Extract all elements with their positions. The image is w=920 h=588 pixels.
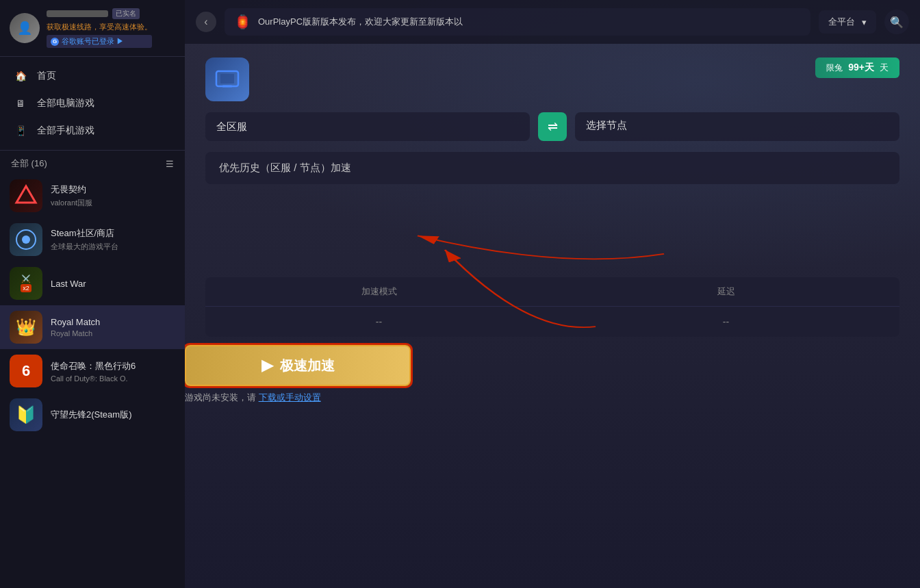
overwatch-info: 守望先锋2(Steam版) (51, 409, 131, 421)
accelerate-label: 极速加速 (280, 357, 335, 375)
game-count-label: 全部 (16) (11, 157, 47, 170)
sidebar: 👤 已实名 获取极速线路，享受高速体验。 G 谷歌账号已登录 ▶ 🏠 首页 🖥 … (0, 0, 185, 588)
platform-selector[interactable]: 全平台 ▾ (819, 10, 876, 34)
promo-text: 获取极速线路，享受高速体验。 (47, 22, 152, 32)
vip-days: 99+天 (848, 62, 874, 74)
top-controls: 限兔 99+天 天 (205, 57, 899, 101)
google-icon: G (51, 38, 59, 46)
list-item[interactable]: 6 使命召唤：黑色行动6 Call of Duty®: Black O. (0, 349, 185, 393)
btn-container: ▶ 极速加速 (185, 345, 411, 386)
search-icon: 🔍 (890, 16, 904, 29)
content-body: 限兔 99+天 天 全区服 ⇌ 选择节点 优先历史（区服 / 节点）加 (185, 44, 920, 588)
stats-val-latency: -- (552, 307, 899, 337)
game-list: 无畏契约 valorant国服 Steam社区/商店 全球最大的游戏平台 ⚔️x… (0, 174, 185, 588)
username-bar (47, 10, 108, 17)
verified-badge: 已实名 (112, 8, 140, 19)
stats-col-latency: 延迟 (552, 277, 899, 306)
stats-value-row: -- -- (205, 307, 899, 337)
swap-icon: ⇌ (548, 119, 558, 134)
nav-menu: 🏠 首页 🖥 全部电脑游戏 📱 全部手机游戏 (0, 57, 185, 151)
history-label: 优先历史（区服 / 节点）加速 (219, 162, 351, 173)
list-item[interactable]: ⚔️x2 Last War (0, 261, 185, 305)
region-select[interactable]: 全区服 (205, 112, 530, 141)
section-header-icons: ☰ (166, 159, 174, 169)
history-bar[interactable]: 优先历史（区服 / 节点）加速 (205, 152, 899, 184)
vip-badge: 限兔 99+天 天 (815, 57, 899, 78)
svg-marker-0 (16, 186, 36, 203)
royalmatch-sub: Royal Match (51, 329, 100, 337)
game-icon-large (205, 57, 249, 101)
steam-thumbnail (10, 223, 42, 256)
announcement-text: OurPlayPC版新版本发布，欢迎大家更新至新版本以 (258, 16, 463, 28)
cod-info: 使命召唤：黑色行动6 Call of Duty®: Black O. (51, 360, 136, 383)
back-button[interactable]: ‹ (196, 12, 216, 32)
svg-point-3 (22, 235, 30, 244)
cod-name: 使命召唤：黑色行动6 (51, 360, 136, 372)
valorant-sub: valorant国服 (51, 198, 92, 208)
user-info: 已实名 获取极速线路，享受高速体验。 G 谷歌账号已登录 ▶ (47, 8, 152, 48)
list-item[interactable]: 无畏契约 valorant国服 (0, 174, 185, 218)
lastwar-name: Last War (51, 279, 86, 289)
pc-icon: 🖥 (14, 97, 27, 110)
valorant-info: 无畏契约 valorant国服 (51, 183, 92, 208)
accelerate-button[interactable]: ▶ 极速加速 (185, 345, 411, 386)
nav-home-label: 首页 (37, 70, 56, 82)
announcement-bar: 🏮 OurPlayPC版新版本发布，欢迎大家更新至新版本以 (225, 8, 810, 36)
royalmatch-name: Royal Match (51, 317, 100, 327)
steam-name: Steam社区/商店 (51, 227, 118, 240)
chevron-down-icon: ▾ (862, 17, 867, 27)
announcement-icon: 🏮 (234, 14, 251, 30)
home-icon: 🏠 (14, 69, 27, 83)
topbar: ‹ 🏮 OurPlayPC版新版本发布，欢迎大家更新至新版本以 全平台 ▾ 🔍 (185, 0, 920, 44)
search-button[interactable]: 🔍 (884, 10, 909, 34)
install-notice: 游戏尚未安装，请 下载或手动设置 (185, 392, 411, 404)
overwatch-name: 守望先锋2(Steam版) (51, 409, 131, 421)
lastwar-info: Last War (51, 279, 86, 289)
back-icon: ‹ (204, 16, 207, 28)
valorant-thumbnail (10, 179, 42, 212)
platform-label: 全平台 (828, 16, 855, 28)
nav-home[interactable]: 🏠 首页 (0, 62, 185, 90)
accelerate-icon: ▶ (261, 357, 273, 374)
steam-sub: 全球最大的游戏平台 (51, 242, 118, 252)
nav-mobile-games[interactable]: 📱 全部手机游戏 (0, 117, 185, 144)
nav-pc-games-label: 全部电脑游戏 (37, 97, 94, 110)
region-label: 全区服 (216, 120, 247, 133)
mobile-icon: 📱 (14, 124, 27, 138)
vip-days-unit: 天 (880, 62, 889, 74)
overwatch-thumbnail: 🔰 (10, 398, 42, 431)
sidebar-header: 👤 已实名 获取极速线路，享受高速体验。 G 谷歌账号已登录 ▶ (0, 0, 185, 57)
region-node-row: 全区服 ⇌ 选择节点 (205, 112, 899, 141)
list-item[interactable]: Steam社区/商店 全球最大的游戏平台 (0, 218, 185, 261)
list-icon[interactable]: ☰ (166, 159, 174, 169)
region-swap-button[interactable]: ⇌ (538, 112, 567, 141)
node-placeholder: 选择节点 (586, 119, 627, 131)
stats-table: 加速模式 延迟 -- -- (205, 277, 899, 337)
content-area: 限兔 99+天 天 全区服 ⇌ 选择节点 优先历史（区服 / 节点）加 (185, 44, 920, 350)
game-section-header: 全部 (16) ☰ (0, 151, 185, 174)
stats-val-mode: -- (205, 307, 552, 337)
install-link[interactable]: 下载或手动设置 (259, 392, 321, 402)
accelerate-area: ▶ 极速加速 游戏尚未安装，请 下载或手动设置 (185, 345, 411, 404)
cod-sub: Call of Duty®: Black O. (51, 374, 136, 383)
avatar: 👤 (10, 13, 40, 43)
stats-col-mode: 加速模式 (205, 277, 552, 306)
google-login-text: 谷歌账号已登录 ▶ (62, 36, 124, 47)
vip-label: 限兔 (826, 62, 843, 74)
lastwar-thumbnail: ⚔️x2 (10, 267, 42, 300)
list-item[interactable]: 🔰 守望先锋2(Steam版) (0, 393, 185, 437)
royalmatch-thumbnail: 👑 (10, 311, 42, 344)
stats-header: 加速模式 延迟 (205, 277, 899, 307)
install-notice-prefix: 游戏尚未安装，请 (185, 392, 256, 402)
svg-rect-5 (220, 74, 234, 84)
list-item[interactable]: 👑 Royal Match Royal Match (0, 305, 185, 349)
steam-info: Steam社区/商店 全球最大的游戏平台 (51, 227, 118, 252)
node-select[interactable]: 选择节点 (575, 112, 899, 141)
username-row: 已实名 (47, 8, 152, 19)
valorant-name: 无畏契约 (51, 183, 92, 196)
google-login-btn[interactable]: G 谷歌账号已登录 ▶ (47, 35, 152, 48)
main-content: ‹ 🏮 OurPlayPC版新版本发布，欢迎大家更新至新版本以 全平台 ▾ 🔍 (185, 0, 920, 588)
nav-mobile-games-label: 全部手机游戏 (37, 125, 94, 137)
cod-thumbnail: 6 (10, 355, 42, 387)
nav-pc-games[interactable]: 🖥 全部电脑游戏 (0, 90, 185, 117)
